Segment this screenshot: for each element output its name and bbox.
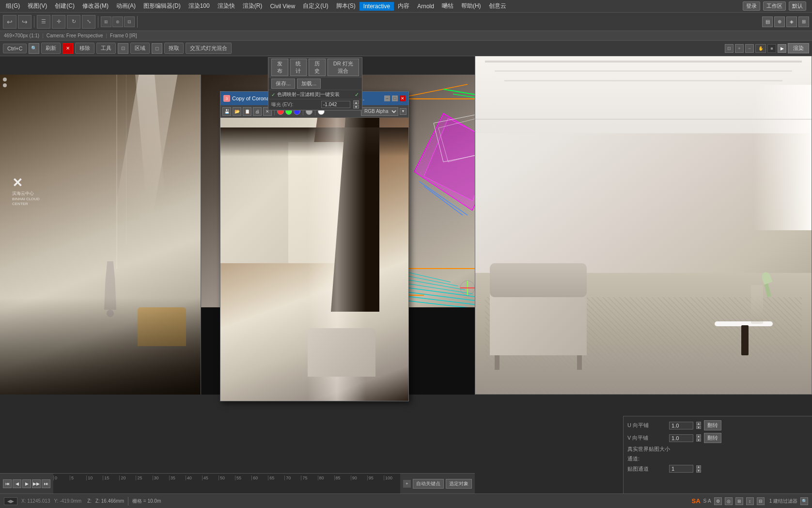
rotate-icon[interactable]: ↻ xyxy=(67,15,80,29)
v-tile-up[interactable]: ▲ xyxy=(696,434,701,438)
workspace-button[interactable]: 工作区 xyxy=(763,1,786,11)
menu-view[interactable]: 视图(V) xyxy=(24,1,51,11)
select-obj-btn[interactable]: 选定对象 xyxy=(446,479,472,489)
zoom-fit-icon[interactable]: ⊡ xyxy=(725,44,734,53)
sa-icon5[interactable]: ⊟ xyxy=(757,497,765,505)
grab-icon[interactable]: ◻ xyxy=(152,43,162,54)
menu-group[interactable]: 组(G) xyxy=(2,1,24,11)
scale-icon[interactable]: ⤡ xyxy=(82,15,95,29)
redo-icon[interactable]: ↪ xyxy=(18,15,31,29)
snap-icon[interactable]: ⊞ xyxy=(101,16,111,27)
menu-render-quick[interactable]: 渲染快 xyxy=(214,1,239,11)
grab-btn[interactable]: 抠取 xyxy=(164,43,184,54)
vfb-copy-btn[interactable]: 📋 xyxy=(243,107,251,116)
vfb-open-btn[interactable]: 📂 xyxy=(233,107,241,116)
stats-btn[interactable]: 统计 xyxy=(290,59,307,76)
remove-btn[interactable]: 移除 xyxy=(75,43,94,54)
viewport-frame-info: Frame 0 [IR] xyxy=(110,33,137,38)
move-icon[interactable]: ✛ xyxy=(52,15,65,29)
sa-icon3[interactable]: ⊞ xyxy=(735,497,743,505)
pan-icon[interactable]: ✋ xyxy=(755,44,766,53)
go-start-btn[interactable]: ⏮ xyxy=(3,479,12,488)
sa-icon1[interactable]: ⚙ xyxy=(714,497,722,505)
select-icon[interactable]: ☰ xyxy=(37,15,50,29)
menu-graph-editor[interactable]: 图形编辑器(D) xyxy=(140,1,185,11)
viewport-camera-info: Camera: Free Perspective xyxy=(47,33,103,38)
exposure-down-btn[interactable]: ▼ xyxy=(353,105,359,109)
status-search-icon[interactable]: 🔍 xyxy=(800,497,808,505)
u-tile-up[interactable]: ▲ xyxy=(696,422,701,425)
vfb-channel-select[interactable]: RGB Alpha xyxy=(361,107,398,116)
timeline-track[interactable]: 0 5 10 15 20 25 30 35 40 45 50 55 60 65 … xyxy=(53,474,400,493)
menu-customize[interactable]: 自定义(U) xyxy=(299,1,332,11)
save-btn[interactable]: 保存... xyxy=(271,79,295,89)
menu-render[interactable]: 渲染(R) xyxy=(239,1,266,11)
exposure-input[interactable] xyxy=(321,101,350,108)
menu-interactive[interactable]: Interactive xyxy=(359,2,394,11)
magnet-icon[interactable]: ⊛ xyxy=(112,16,123,27)
tool-btn[interactable]: 工具 xyxy=(96,43,116,54)
schematic-icon[interactable]: ⊞ xyxy=(798,16,809,27)
map-channel-up[interactable]: ▲ xyxy=(696,465,701,469)
u-tile-input[interactable] xyxy=(669,422,693,429)
menu-arnold[interactable]: Arnold xyxy=(413,2,438,11)
default-button[interactable]: 默认 xyxy=(789,1,806,11)
play-btn[interactable]: ▶ xyxy=(22,479,31,488)
add-key-icon[interactable]: + xyxy=(403,480,411,488)
shortcut-btn[interactable]: Ctrl+C xyxy=(3,44,27,53)
menu-help[interactable]: 帮助(H) xyxy=(457,1,485,11)
refresh-btn[interactable]: 刷新 xyxy=(41,43,61,54)
menu-modify[interactable]: 修改器(M) xyxy=(78,1,112,11)
prev-frame-btn[interactable]: ◀ xyxy=(13,479,21,488)
menu-civil-view[interactable]: Civil View xyxy=(266,2,299,11)
hierarchy-icon[interactable]: ⊕ xyxy=(774,16,785,27)
menu-render100[interactable]: 渲染100 xyxy=(185,1,214,11)
region-btn[interactable]: 区域 xyxy=(130,43,150,54)
v-tile-down[interactable]: ▼ xyxy=(696,438,701,442)
history-btn[interactable]: 历史 xyxy=(309,59,326,76)
map-channel-down[interactable]: ▼ xyxy=(696,469,701,473)
node-count-label: 1 建结过滤器 xyxy=(769,498,797,505)
zoom-in-icon[interactable]: + xyxy=(735,44,744,53)
region-icon[interactable]: ⊡ xyxy=(118,43,128,54)
map-channel-input[interactable] xyxy=(669,465,693,473)
vfb-maximize-btn[interactable]: □ xyxy=(392,95,398,101)
zoom-out-icon[interactable]: − xyxy=(745,44,754,53)
menu-create[interactable]: 创建(C) xyxy=(51,1,78,11)
vfb-close-btn[interactable]: ✕ xyxy=(400,95,406,101)
v-rotate-btn[interactable]: 翻转 xyxy=(704,433,721,443)
u-rotate-btn[interactable]: 翻转 xyxy=(704,420,721,430)
login-button[interactable]: 登录 xyxy=(743,1,760,11)
render-btn[interactable]: 渲染 xyxy=(788,43,809,53)
search-icon[interactable]: 🔍 xyxy=(29,43,39,54)
u-tile-down[interactable]: ▼ xyxy=(696,426,701,429)
layer-icon[interactable]: ▤ xyxy=(762,16,773,27)
sa-icon4[interactable]: ↕ xyxy=(746,497,754,505)
auto-key-btn[interactable]: 自动关键点 xyxy=(413,479,444,489)
publish-btn[interactable]: 发布 xyxy=(271,59,288,76)
stop-icon[interactable]: ■ xyxy=(767,44,776,53)
go-end-btn[interactable]: ⏭ xyxy=(42,479,50,488)
play-icon[interactable]: ▶ xyxy=(778,44,786,53)
track-icon[interactable]: ◈ xyxy=(786,16,797,27)
tick-70: 70 xyxy=(284,476,301,480)
sa-icon2[interactable]: ◎ xyxy=(725,497,733,505)
menu-shejing[interactable]: 嗮牯 xyxy=(438,1,457,11)
close-render-icon[interactable]: ✕ xyxy=(62,43,73,54)
undo-icon[interactable]: ↩ xyxy=(3,15,16,29)
vfb-minimize-btn[interactable]: − xyxy=(384,95,390,101)
vfb-dropdown-arrow[interactable]: ▼ xyxy=(400,108,406,115)
vfb-save-btn[interactable]: 💾 xyxy=(222,107,231,116)
dr-blend-btn[interactable]: DR 灯光混合 xyxy=(328,59,359,76)
menu-content[interactable]: 内容 xyxy=(394,1,413,11)
exposure-up-btn[interactable]: ▲ xyxy=(353,100,359,104)
vfb-print-btn[interactable]: 🖨 xyxy=(253,107,262,116)
v-tile-input[interactable] xyxy=(669,434,693,442)
interactive-blend-btn[interactable]: 交互式灯光混合 xyxy=(186,43,232,54)
load-btn[interactable]: 加载... xyxy=(297,79,321,89)
menu-script[interactable]: 脚本(S) xyxy=(332,1,359,11)
align-icon[interactable]: ⊟ xyxy=(124,16,135,27)
next-frame-btn[interactable]: ▶▶ xyxy=(32,479,41,488)
menu-creative-cloud[interactable]: 创意云 xyxy=(485,1,510,11)
menu-animation[interactable]: 动画(A) xyxy=(112,1,140,11)
